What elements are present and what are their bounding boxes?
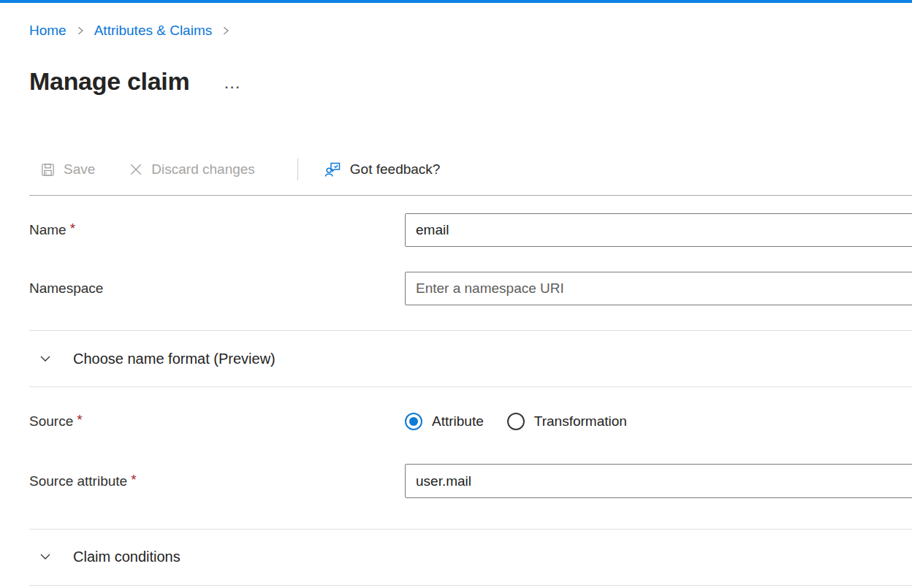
radio-transformation[interactable]: Transformation xyxy=(507,413,627,430)
radio-selected-icon xyxy=(405,413,422,430)
name-label-text: Name xyxy=(29,222,66,237)
divider xyxy=(29,195,912,196)
namespace-input[interactable] xyxy=(405,272,912,305)
top-accent-bar xyxy=(0,0,912,3)
source-attribute-label: Source attribute* xyxy=(29,473,405,489)
source-label-text: Source xyxy=(29,413,73,429)
breadcrumb: Home Attributes & Claims xyxy=(29,20,912,41)
chevron-down-icon xyxy=(39,353,51,364)
section-label: Choose name format (Preview) xyxy=(73,351,276,367)
more-options-button[interactable]: … xyxy=(223,74,241,91)
source-attribute-input[interactable] xyxy=(405,464,912,498)
required-asterisk: * xyxy=(131,472,136,487)
name-field-row: Name* xyxy=(29,213,912,247)
chevron-down-icon xyxy=(39,551,51,562)
radio-attribute[interactable]: Attribute xyxy=(405,413,484,430)
divider xyxy=(29,529,912,530)
divider xyxy=(29,330,912,331)
source-attribute-label-text: Source attribute xyxy=(29,473,127,489)
divider xyxy=(29,585,912,586)
save-icon xyxy=(40,162,56,177)
title-row: Manage claim … xyxy=(29,64,912,98)
discard-changes-button[interactable]: Discard changes xyxy=(129,161,255,177)
breadcrumb-link-attributes-claims[interactable]: Attributes & Claims xyxy=(94,23,213,39)
required-asterisk: * xyxy=(77,412,82,427)
source-radio-group: Attribute Transformation xyxy=(405,413,627,430)
source-field-row: Source* Attribute Transformation xyxy=(29,405,912,438)
save-label: Save xyxy=(64,161,95,177)
page-content: Home Attributes & Claims Manage claim … … xyxy=(0,20,912,586)
breadcrumb-link-home[interactable]: Home xyxy=(29,23,66,39)
got-feedback-label: Got feedback? xyxy=(350,161,441,177)
radio-attribute-label: Attribute xyxy=(432,413,484,429)
got-feedback-button[interactable]: Got feedback? xyxy=(324,161,441,178)
feedback-icon xyxy=(324,161,342,178)
save-button[interactable]: Save xyxy=(40,161,95,177)
namespace-label: Namespace xyxy=(29,280,405,297)
close-icon xyxy=(129,162,143,177)
section-label: Claim conditions xyxy=(73,549,180,565)
command-toolbar: Save Discard changes Got feedback? xyxy=(29,153,912,186)
section-header-claim-conditions[interactable]: Claim conditions xyxy=(29,541,912,572)
source-label: Source* xyxy=(29,413,405,429)
radio-unselected-icon xyxy=(507,413,525,430)
discard-changes-label: Discard changes xyxy=(151,161,255,177)
chevron-right-icon xyxy=(221,26,231,36)
divider xyxy=(29,386,912,387)
radio-transformation-label: Transformation xyxy=(534,413,627,429)
section-header-choose-name-format[interactable]: Choose name format (Preview) xyxy=(29,343,912,374)
namespace-field-row: Namespace xyxy=(29,272,912,305)
required-asterisk: * xyxy=(70,221,75,236)
name-input[interactable] xyxy=(405,213,912,247)
source-attribute-field-row: Source attribute* xyxy=(29,464,912,498)
name-label: Name* xyxy=(29,222,405,238)
chevron-right-icon xyxy=(75,26,86,36)
toolbar-separator xyxy=(297,159,298,180)
page-title: Manage claim xyxy=(29,67,189,96)
